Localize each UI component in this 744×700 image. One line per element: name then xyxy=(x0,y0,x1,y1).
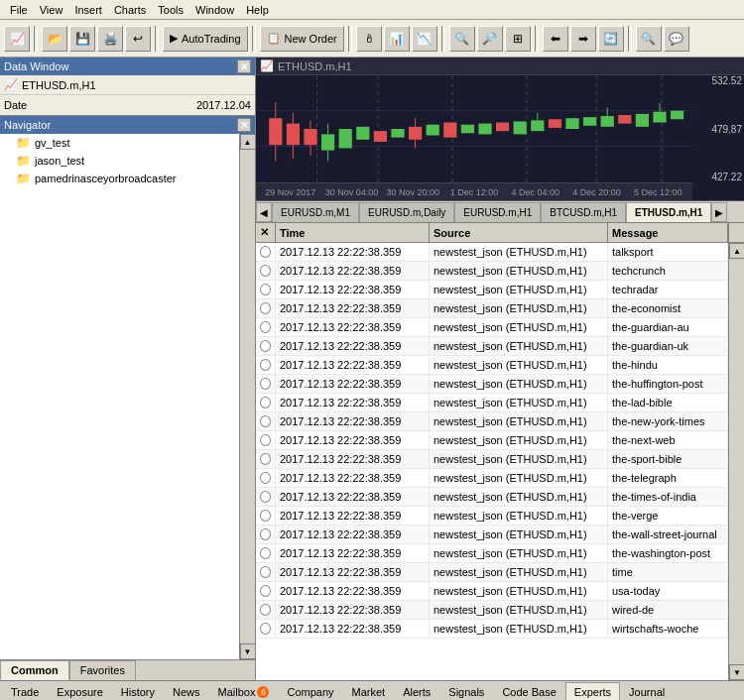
bottom-tab-trade[interactable]: Trade xyxy=(2,682,48,701)
table-row[interactable]: 2017.12.13 22:22:38.359newstest_json (ET… xyxy=(256,281,728,299)
row-indicator xyxy=(256,337,276,355)
table-row[interactable]: 2017.12.13 22:22:38.359newstest_json (ET… xyxy=(256,507,728,525)
row-indicator xyxy=(256,601,276,619)
table-row[interactable]: 2017.12.13 22:22:38.359newstest_json (ET… xyxy=(256,412,728,431)
scroll-right-button[interactable]: ➡ xyxy=(570,26,596,52)
autotrading-label: AutoTrading xyxy=(182,33,241,45)
chart-type-btn-2[interactable]: 📊 xyxy=(384,26,410,52)
new-order-button[interactable]: 📋 New Order xyxy=(260,26,344,52)
chat-button[interactable]: 💬 xyxy=(664,26,689,52)
table-row[interactable]: 2017.12.13 22:22:38.359newstest_json (ET… xyxy=(256,243,728,262)
table-row[interactable]: 2017.12.13 22:22:38.359newstest_json (ET… xyxy=(256,262,728,281)
table-row[interactable]: 2017.12.13 22:22:38.359newstest_json (ET… xyxy=(256,431,728,450)
table-row[interactable]: 2017.12.13 22:22:38.359newstest_json (ET… xyxy=(256,299,728,318)
fit-button[interactable]: ⊞ xyxy=(505,26,531,52)
menu-view[interactable]: View xyxy=(34,2,69,18)
row-time: 2017.12.13 22:22:38.359 xyxy=(276,281,430,298)
chart-tab-4[interactable]: ETHUSD.m,H1 xyxy=(626,202,711,222)
table-row[interactable]: 2017.12.13 22:22:38.359newstest_json (ET… xyxy=(256,525,728,544)
table-row[interactable]: 2017.12.13 22:22:38.359newstest_json (ET… xyxy=(256,375,728,394)
table-row[interactable]: 2017.12.13 22:22:38.359newstest_json (ET… xyxy=(256,544,728,563)
th-time[interactable]: Time xyxy=(276,223,430,242)
bottom-tab-alerts[interactable]: Alerts xyxy=(394,682,439,701)
nav-tab-common[interactable]: Common xyxy=(0,660,69,680)
row-indicator xyxy=(256,262,276,280)
navigator-scrollbar[interactable]: ▲ ▼ xyxy=(239,134,255,659)
svg-rect-30 xyxy=(496,123,509,132)
th-source[interactable]: Source xyxy=(430,223,608,242)
scroll-down-btn[interactable]: ▼ xyxy=(240,643,256,659)
row-source: newstest_json (ETHUSD.m,H1) xyxy=(430,469,608,487)
toolbar-separator-2 xyxy=(155,26,159,52)
nav-tab-favorites[interactable]: Favorites xyxy=(69,660,136,680)
chart-tab-0[interactable]: EURUSD.m,M1 xyxy=(272,202,359,222)
table-row[interactable]: 2017.12.13 22:22:38.359newstest_json (ET… xyxy=(256,582,728,601)
chart-canvas[interactable] xyxy=(256,75,692,182)
chart-tab-3[interactable]: BTCUSD.m,H1 xyxy=(541,202,626,222)
menu-charts[interactable]: Charts xyxy=(108,2,152,18)
table-row[interactable]: 2017.12.13 22:22:38.359newstest_json (ET… xyxy=(256,337,728,356)
table-row[interactable]: 2017.12.13 22:22:38.359newstest_json (ET… xyxy=(256,394,728,412)
bottom-tab-codebase[interactable]: Code Base xyxy=(493,682,564,701)
scroll-left-button[interactable]: ⬅ xyxy=(543,26,568,52)
nav-item-gv-test[interactable]: 📁 gv_test xyxy=(0,134,239,152)
table-row[interactable]: 2017.12.13 22:22:38.359newstest_json (ET… xyxy=(256,488,728,507)
bottom-tab-journal[interactable]: Journal xyxy=(620,682,674,701)
table-row[interactable]: 2017.12.13 22:22:38.359newstest_json (ET… xyxy=(256,356,728,375)
table-row[interactable]: 2017.12.13 22:22:38.359newstest_json (ET… xyxy=(256,620,728,639)
dw-date-label: Date xyxy=(4,99,27,111)
th-message[interactable]: Message xyxy=(608,223,728,242)
menu-tools[interactable]: Tools xyxy=(152,2,189,18)
refresh-button[interactable]: 🔄 xyxy=(598,26,624,52)
table-row[interactable]: 2017.12.13 22:22:38.359newstest_json (ET… xyxy=(256,469,728,488)
bottom-tab-mailbox[interactable]: Mailbox 6 xyxy=(209,682,279,701)
row-source: newstest_json (ETHUSD.m,H1) xyxy=(430,488,608,506)
scroll-up-btn[interactable]: ▲ xyxy=(240,134,256,150)
data-window-close[interactable]: ✕ xyxy=(237,59,251,73)
zoom-in-button[interactable]: 🔍 xyxy=(449,26,475,52)
autotrading-button[interactable]: ▶ AutoTrading xyxy=(163,26,248,52)
bottom-tab-experts[interactable]: Experts xyxy=(565,682,620,701)
time-label-4: 4 Dec 04:00 xyxy=(505,187,566,197)
save-button[interactable]: 💾 xyxy=(69,26,95,52)
print-button[interactable]: 🖨️ xyxy=(97,26,123,52)
bottom-tab-company[interactable]: Company xyxy=(278,682,342,701)
table-row[interactable]: 2017.12.13 22:22:38.359newstest_json (ET… xyxy=(256,563,728,582)
row-message: techcrunch xyxy=(608,262,728,280)
bottom-tab-signals[interactable]: Signals xyxy=(439,682,493,701)
chart-tab-2[interactable]: EURUSD.m,H1 xyxy=(454,202,541,222)
table-body[interactable]: 2017.12.13 22:22:38.359newstest_json (ET… xyxy=(256,243,728,680)
table-scrollbar[interactable]: ▲ ▼ xyxy=(728,243,744,680)
menu-window[interactable]: Window xyxy=(189,2,240,18)
bottom-tab-news[interactable]: News xyxy=(164,682,209,701)
open-button[interactable]: 📂 xyxy=(42,26,67,52)
table-row[interactable]: 2017.12.13 22:22:38.359newstest_json (ET… xyxy=(256,450,728,469)
chart-tab-1[interactable]: EURUSD.m,Daily xyxy=(359,202,454,222)
time-label-1: 30 Nov 04:00 xyxy=(321,187,383,197)
navigator-close[interactable]: ✕ xyxy=(237,118,251,132)
row-time: 2017.12.13 22:22:38.359 xyxy=(276,507,430,525)
new-chart-button[interactable]: 📈 xyxy=(4,26,30,52)
nav-item-pamed[interactable]: 📁 pamedrinasceyorbroadcaster xyxy=(0,170,239,187)
table-row[interactable]: 2017.12.13 22:22:38.359newstest_json (ET… xyxy=(256,318,728,337)
table-scroll-up[interactable]: ▲ xyxy=(729,243,744,259)
chart-type-btn-3[interactable]: 📉 xyxy=(412,26,437,52)
menu-help[interactable]: Help xyxy=(240,2,275,18)
undo-button[interactable]: ↩ xyxy=(125,26,151,52)
search-button[interactable]: 🔍 xyxy=(636,26,662,52)
tab-scroll-right[interactable]: ▶ xyxy=(711,202,727,222)
zoom-out-button[interactable]: 🔎 xyxy=(477,26,503,52)
bottom-tab-market[interactable]: Market xyxy=(343,682,395,701)
tab-scroll-left[interactable]: ◀ xyxy=(256,202,272,222)
chart-type-btn-1[interactable]: 🕯 xyxy=(356,26,382,52)
nav-item-jason-test[interactable]: 📁 jason_test xyxy=(0,152,239,170)
menu-file[interactable]: File xyxy=(4,2,34,18)
bottom-tab-history[interactable]: History xyxy=(112,682,164,701)
bottom-tab-exposure[interactable]: Exposure xyxy=(48,682,111,701)
new-order-label: New Order xyxy=(285,33,337,45)
table-row[interactable]: 2017.12.13 22:22:38.359newstest_json (ET… xyxy=(256,601,728,620)
row-time: 2017.12.13 22:22:38.359 xyxy=(276,375,430,393)
chart-title: ETHUSD.m,H1 xyxy=(278,60,352,72)
table-scroll-down[interactable]: ▼ xyxy=(729,664,744,680)
menu-insert[interactable]: Insert xyxy=(68,2,108,18)
